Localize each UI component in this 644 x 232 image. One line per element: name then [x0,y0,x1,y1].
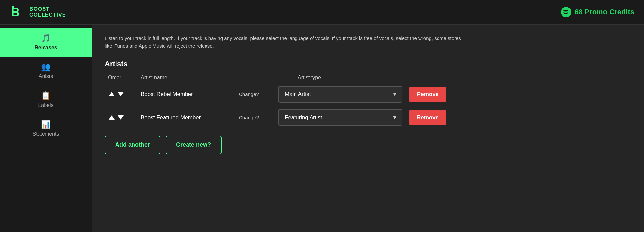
artist-name-2: Boost Featured Member [141,114,239,121]
remove-button-1[interactable]: Remove [409,87,446,102]
artist-type-select-1[interactable]: Main Artist Featuring Artist Remixer Com… [278,86,402,103]
sidebar-item-statements[interactable]: 📊 Statements [0,114,92,143]
table-header: Order Artist name Artist type [105,75,631,81]
svg-rect-2 [12,6,14,8]
releases-icon: 🎵 [41,34,51,43]
promo-credits: 68 Promo Credits [561,7,634,17]
artist-row-1: Boost Rebel Member Change? Main Artist F… [105,86,631,103]
artists-section-title: Artists [105,60,631,68]
th-artist-name: Artist name [141,75,298,81]
move-up-button-1[interactable] [108,91,115,97]
th-order: Order [108,75,141,81]
sidebar-label-artists: Artists [39,74,53,79]
move-down-button-1[interactable] [117,91,124,97]
change-link-1[interactable]: Change? [239,91,278,97]
statements-icon: 📊 [41,120,51,129]
sidebar-label-statements: Statements [33,131,59,137]
promo-credits-text: 68 Promo Credits [575,8,634,16]
artist-type-wrapper-2: Main Artist Featuring Artist Remixer Com… [278,109,402,126]
sidebar-item-artists[interactable]: 👥 Artists [0,57,92,85]
logo-text-collective: COLLECTIVE [29,12,66,18]
arrow-up-icon-2 [109,115,115,120]
app-header: B BOOST COLLECTIVE 68 Promo Credits [0,0,644,25]
artist-type-wrapper-1: Main Artist Featuring Artist Remixer Com… [278,86,402,103]
main-content: Listen to your track in full length. If … [92,25,644,232]
sidebar-label-labels: Labels [38,102,53,108]
remove-button-2[interactable]: Remove [409,110,446,125]
artist-name-1: Boost Rebel Member [141,91,239,98]
order-controls-2 [108,115,141,120]
arrow-down-icon-2 [118,115,124,120]
spotify-icon [561,7,571,17]
boost-collective-logo: B [10,4,26,20]
logo-area: B BOOST COLLECTIVE [10,4,66,20]
artists-icon: 👥 [41,62,51,72]
sidebar-item-labels[interactable]: 📋 Labels [0,85,92,114]
arrow-down-icon-1 [118,92,124,96]
description-text: Listen to your track in full length. If … [105,34,465,50]
arrow-up-icon-1 [109,92,115,96]
move-up-button-2[interactable] [108,115,115,120]
action-buttons: Add another Create new? [105,136,631,154]
order-controls-1 [108,91,141,97]
sidebar: 🎵 Releases 👥 Artists 📋 Labels 📊 Statemen… [0,25,92,232]
sidebar-label-releases: Releases [34,45,57,51]
artist-row-2: Boost Featured Member Change? Main Artis… [105,109,631,126]
main-layout: 🎵 Releases 👥 Artists 📋 Labels 📊 Statemen… [0,25,644,232]
sidebar-item-releases[interactable]: 🎵 Releases [0,28,92,57]
change-link-2[interactable]: Change? [239,115,278,120]
labels-icon: 📋 [41,91,51,100]
logo-text-boost: BOOST [29,6,66,12]
create-new-button[interactable]: Create new? [166,136,222,154]
add-another-button[interactable]: Add another [105,136,160,154]
artist-type-select-2[interactable]: Main Artist Featuring Artist Remixer Com… [278,109,402,126]
move-down-button-2[interactable] [117,115,124,120]
th-artist-type: Artist type [298,75,321,81]
